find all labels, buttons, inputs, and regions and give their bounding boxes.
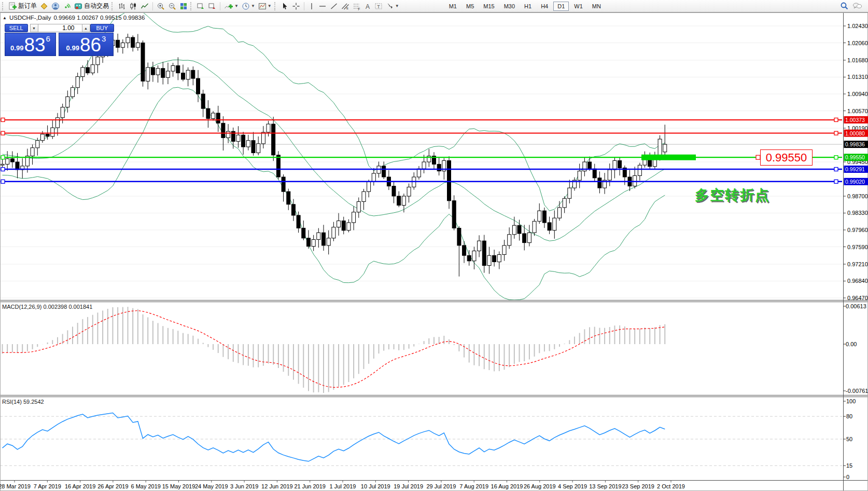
buy-price-panel[interactable]: 0.99 86 3 <box>59 33 114 56</box>
candle-body <box>156 69 160 75</box>
tile-windows-button[interactable] <box>178 1 189 11</box>
candle-body <box>246 141 250 147</box>
candle-body <box>487 255 491 265</box>
signal-button[interactable] <box>61 1 73 11</box>
indicators-button[interactable]: ▼ <box>222 1 240 11</box>
line-anchor-marker[interactable] <box>834 168 838 171</box>
community-button[interactable] <box>50 1 61 11</box>
green-zone-rectangle[interactable] <box>641 155 696 160</box>
candle-body <box>457 228 461 246</box>
vertical-line-tool-button[interactable] <box>306 1 317 11</box>
candle-body <box>56 118 60 128</box>
candle-body <box>512 225 516 235</box>
toolbar-grip[interactable] <box>274 2 277 10</box>
zoom-out-button[interactable] <box>166 1 178 11</box>
candle-body <box>362 192 366 201</box>
toolbar-grip[interactable] <box>111 2 114 10</box>
buy-button[interactable]: BUY <box>90 24 114 32</box>
collapse-triangle-icon[interactable]: ▲ <box>3 16 7 20</box>
chart-window-title: ▲ USDCHF-,Daily 0.99669 1.00267 0.99515 … <box>3 15 145 21</box>
templates-button[interactable]: ▼ <box>257 1 273 11</box>
new-order-label: 新订单 <box>18 2 37 10</box>
volume-decrease-button[interactable]: ▼ <box>30 24 38 32</box>
text-tool-button[interactable]: A <box>362 1 373 11</box>
timeframe-button-M5[interactable]: M5 <box>462 2 478 11</box>
candle-body <box>593 169 596 178</box>
channel-tool-button[interactable]: E <box>340 1 351 11</box>
candle-body <box>291 204 295 215</box>
price-label-box[interactable]: 0.99550 <box>760 149 813 166</box>
candle-body <box>61 107 64 118</box>
price-box-anchor-marker[interactable] <box>756 155 760 159</box>
sell-button[interactable]: SELL <box>5 24 28 32</box>
volume-input[interactable]: 1.00 <box>38 24 82 32</box>
line-anchor-marker[interactable] <box>1 180 5 183</box>
chat-button[interactable] <box>850 1 864 11</box>
new-order-button[interactable]: 新订单 <box>7 1 38 11</box>
candle-body <box>176 66 180 73</box>
macd-label: MACD(12,26,9) 0.002398 0.001841 <box>2 304 92 310</box>
candle-body <box>538 211 541 221</box>
axis-tick-label: 0.97210 <box>847 261 868 267</box>
search-button[interactable] <box>838 1 850 11</box>
axis-tick-label: 50 <box>846 436 852 442</box>
timeframe-button-H1[interactable]: H1 <box>520 2 536 11</box>
arrows-icon <box>386 2 394 10</box>
line-anchor-marker[interactable] <box>1 118 5 121</box>
text-label-tool-button[interactable]: T <box>373 1 384 11</box>
axis-tick-label: 24 May 2019 <box>195 483 228 489</box>
cursor-button[interactable] <box>279 1 290 11</box>
line-anchor-marker[interactable] <box>834 180 838 183</box>
timeframe-button-M1[interactable]: M1 <box>445 2 461 11</box>
toolbar-grip[interactable] <box>2 2 5 10</box>
trendline-tool-button[interactable] <box>328 1 340 11</box>
axis-tick-label: 1.00940 <box>847 91 868 97</box>
sell-price-panel[interactable]: 0.99 83 6 <box>5 33 56 56</box>
axis-tick-label: 1.00570 <box>847 108 868 114</box>
axis-tick-label: 1.00080 <box>845 130 865 137</box>
fibonacci-tool-button[interactable]: F <box>351 1 362 11</box>
cascade-windows-button[interactable] <box>206 1 218 11</box>
line-anchor-marker[interactable] <box>1 156 5 159</box>
periods-button[interactable]: ▼ <box>240 1 257 11</box>
symbol-period-label: USDCHF-,Daily <box>9 15 51 21</box>
line-anchor-marker[interactable] <box>834 118 838 121</box>
candle-body <box>267 124 270 132</box>
zoom-in-button[interactable] <box>155 1 166 11</box>
sell-price-pip: 6 <box>46 34 50 43</box>
candle-body <box>186 70 190 79</box>
candle-body <box>181 73 185 79</box>
timeframe-button-W1[interactable]: W1 <box>570 2 587 11</box>
candlestick-chart-button[interactable] <box>128 1 139 11</box>
line-anchor-marker[interactable] <box>1 131 5 135</box>
arrows-tool-button[interactable]: ▼ <box>384 1 401 11</box>
market-button[interactable] <box>38 1 50 11</box>
line-anchor-marker[interactable] <box>834 156 838 159</box>
axis-tick-label: -0.007612 <box>846 388 868 394</box>
candle-body <box>347 223 351 230</box>
axis-tick-label: 16 Aug 2019 <box>491 483 523 489</box>
volume-increase-button[interactable]: ▲ <box>82 24 90 32</box>
line-chart-button[interactable] <box>139 1 150 11</box>
auto-trading-button[interactable]: 自动交易 <box>73 1 110 11</box>
crosshair-button[interactable] <box>290 1 302 11</box>
timeframe-button-M30[interactable]: M30 <box>500 2 519 11</box>
line-anchor-marker[interactable] <box>1 168 5 171</box>
timeframe-button-MN[interactable]: MN <box>588 2 605 11</box>
timeframe-button-M15[interactable]: M15 <box>479 2 498 11</box>
timeframe-button-H4[interactable]: H4 <box>537 2 552 11</box>
axis-tick-label: 13 Sep 2019 <box>589 483 621 489</box>
bar-chart-button[interactable] <box>116 1 128 11</box>
axis-tick-label: 0.99291 <box>845 166 865 172</box>
chart-annotation-text[interactable]: 多空转折点 <box>695 186 770 204</box>
toolbar-grip[interactable] <box>190 2 193 10</box>
trendline-icon <box>330 2 338 10</box>
candle-body <box>276 155 280 177</box>
line-anchor-marker[interactable] <box>834 131 838 135</box>
toolbar-separator <box>220 2 220 10</box>
chart-canvas[interactable]: 1.024301.020601.016801.013101.009401.005… <box>0 0 868 491</box>
horizontal-line-tool-button[interactable] <box>317 1 328 11</box>
timeframe-button-D1[interactable]: D1 <box>553 2 569 11</box>
chat-icon <box>852 2 862 10</box>
arrange-windows-button[interactable] <box>195 1 206 11</box>
